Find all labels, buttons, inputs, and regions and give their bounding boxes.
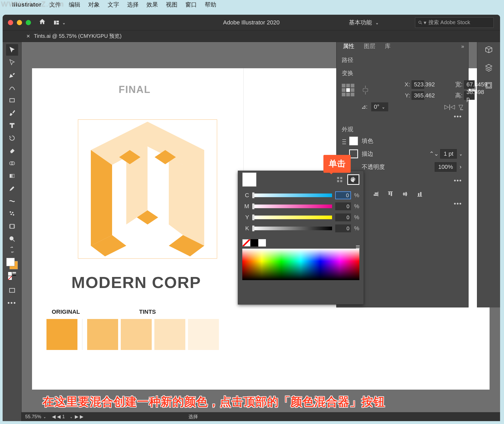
menu-object[interactable]: 对象: [88, 1, 100, 9]
pen-tool[interactable]: [6, 69, 18, 81]
selection-tool[interactable]: [6, 44, 18, 56]
slider-row-y: Y %: [242, 213, 359, 221]
maximize-window-button[interactable]: [26, 20, 31, 25]
home-icon[interactable]: [39, 18, 46, 27]
svg-rect-13: [10, 224, 14, 228]
svg-rect-56: [403, 193, 405, 195]
artboard-tool[interactable]: [6, 221, 18, 232]
align-right-icon[interactable]: [371, 190, 380, 198]
menu-window[interactable]: 窗口: [185, 1, 197, 9]
fill-swatch[interactable]: [349, 137, 358, 145]
align-center-v-icon[interactable]: [401, 190, 410, 198]
libraries-dock-icon[interactable]: [484, 44, 494, 55]
svg-point-36: [351, 179, 352, 179]
none-bw-strip[interactable]: [242, 239, 266, 247]
rotate-tool[interactable]: [6, 132, 18, 144]
curvature-tool[interactable]: [6, 82, 18, 93]
menu-select[interactable]: 选择: [127, 1, 139, 9]
gradient-tool[interactable]: [6, 170, 18, 182]
mini-color-mode-icons[interactable]: [8, 272, 16, 280]
appearance-list-icon[interactable]: [342, 137, 346, 150]
app-name[interactable]: Illustrator: [12, 1, 41, 8]
canvas[interactable]: FINAL SP MODERN CORP MODE OR: [22, 42, 500, 421]
menu-edit[interactable]: 编辑: [69, 1, 80, 9]
reference-point-selector[interactable]: [342, 84, 354, 96]
window-title: Adobe Illustrator 2020: [223, 19, 280, 26]
slider-track-k[interactable]: [252, 227, 332, 230]
menu-type[interactable]: 文字: [108, 1, 119, 9]
width-tool[interactable]: [6, 195, 18, 207]
zoom-level[interactable]: 55.75% ⌄: [25, 414, 47, 420]
tab-libraries[interactable]: 库: [380, 42, 395, 53]
mac-menubar: WWW.MacZ.com Illustrator 文件 编辑 对象 文字 选择 …: [0, 0, 504, 9]
swatches-mode-button[interactable]: [334, 174, 346, 185]
tutorial-caption: 在这里要混合创建一种新的颜色，点击顶部的「颜色混合器」按钮: [43, 394, 385, 410]
layers-dock-icon[interactable]: [484, 62, 494, 73]
swatch-tint-1: [87, 319, 118, 350]
search-input[interactable]: ▾ 搜索 Adobe Stock: [415, 17, 494, 28]
x-input[interactable]: 523.392: [412, 80, 424, 89]
menu-view[interactable]: 视图: [166, 1, 177, 9]
slider-track-m[interactable]: [252, 205, 332, 208]
tints-swatch-row: [46, 319, 219, 350]
shape-builder-tool[interactable]: [6, 158, 18, 169]
eraser-tool[interactable]: [6, 145, 18, 156]
w-input[interactable]: 67.3459: [464, 80, 475, 89]
close-window-button[interactable]: [8, 20, 13, 25]
opacity-input[interactable]: 100%›: [435, 162, 463, 172]
stroke-weight-input[interactable]: ⌃⌄1 pt⌄: [429, 149, 463, 159]
menu-file[interactable]: 文件: [49, 1, 61, 9]
fill-stroke-swatches[interactable]: [6, 258, 18, 269]
eyedropper-tool[interactable]: [6, 183, 18, 194]
document-tab[interactable]: ✕ Tints.ai @ 55.75% (CMYK/GPU 预览): [3, 30, 500, 42]
menu-help[interactable]: 帮助: [205, 1, 216, 9]
direct-selection-tool[interactable]: [6, 57, 18, 68]
svg-point-3: [419, 21, 421, 23]
align-bottom-icon[interactable]: [415, 190, 424, 198]
flip-horizontal-icon[interactable]: ▷|◁: [444, 103, 455, 110]
slider-value-c[interactable]: [335, 191, 351, 199]
close-tab-icon[interactable]: ✕: [26, 33, 30, 39]
panel-menu-icon[interactable]: [355, 244, 360, 250]
rectangle-tool[interactable]: [6, 95, 18, 106]
svg-line-17: [13, 240, 15, 242]
slider-value-y[interactable]: [335, 213, 351, 221]
transform-more-icon[interactable]: •••: [342, 113, 463, 120]
search-placeholder: 搜索 Adobe Stock: [428, 19, 470, 26]
screen-mode-tool[interactable]: [6, 285, 18, 296]
y-label: Y:: [373, 92, 410, 99]
minimize-window-button[interactable]: [17, 20, 22, 25]
edit-toolbar-icon[interactable]: •••: [6, 297, 18, 309]
tab-layers[interactable]: 图层: [359, 42, 380, 53]
svg-point-12: [13, 214, 14, 215]
expand-panel-icon[interactable]: »: [461, 43, 467, 49]
flip-vertical-icon[interactable]: ▽̲: [459, 103, 463, 110]
artboard-nav[interactable]: ◀ ◀ 1 ⌄ ▶ ▶: [52, 414, 83, 420]
menu-effect[interactable]: 效果: [146, 1, 158, 9]
paintbrush-tool[interactable]: [6, 107, 18, 119]
current-fill-swatch[interactable]: [242, 172, 256, 187]
color-spectrum[interactable]: [242, 249, 359, 280]
slider-track-c[interactable]: [252, 193, 332, 197]
y-input[interactable]: 365.462: [412, 91, 424, 100]
tab-properties[interactable]: 属性: [338, 42, 359, 53]
align-top-icon[interactable]: [386, 190, 395, 198]
slider-value-k[interactable]: [335, 224, 351, 232]
svg-rect-2: [56, 23, 59, 24]
arrange-documents-icon[interactable]: ⌄: [54, 19, 66, 26]
fill-stroke-swap-icon[interactable]: [6, 246, 18, 254]
svg-rect-53: [389, 192, 390, 195]
slider-label-m: M: [242, 203, 249, 210]
type-tool[interactable]: [6, 120, 18, 131]
slider-value-m[interactable]: [335, 202, 351, 210]
symbol-sprayer-tool[interactable]: [6, 208, 18, 219]
color-mixer-button[interactable]: [347, 174, 359, 185]
zoom-tool[interactable]: [6, 233, 18, 245]
h-input[interactable]: 38.898 p: [464, 91, 475, 100]
swatch-tint-2: [121, 319, 152, 350]
svg-line-4: [421, 23, 422, 24]
link-wh-icon[interactable]: [359, 85, 372, 95]
workspace-dropdown[interactable]: 基本功能⌄: [349, 19, 379, 27]
slider-track-y[interactable]: [252, 216, 332, 219]
rotate-input[interactable]: 0° ⌄: [371, 102, 388, 111]
